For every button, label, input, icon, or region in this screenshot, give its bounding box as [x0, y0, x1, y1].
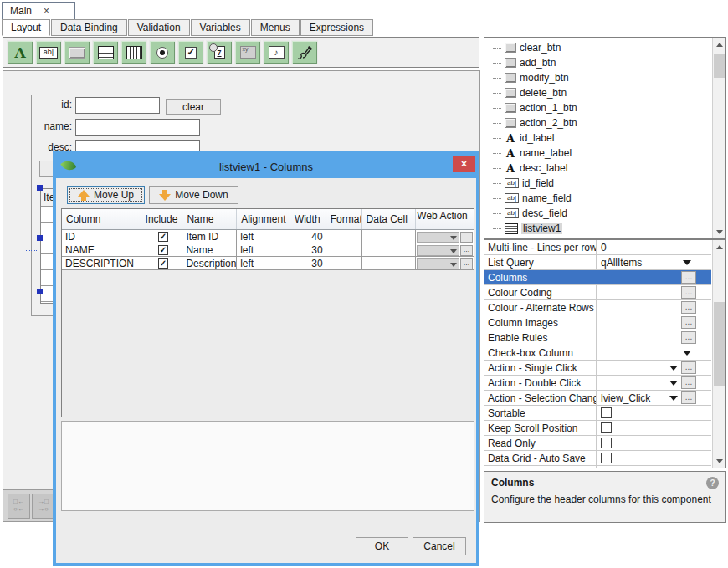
- tree-item-id-field[interactable]: ab|id_field: [484, 176, 711, 191]
- tree-item-listview1[interactable]: listview1: [484, 221, 711, 236]
- ellipsis-button[interactable]: ...: [681, 361, 696, 374]
- tree-item-id-label[interactable]: Aid_label: [484, 130, 711, 146]
- add-radio-button-button[interactable]: [149, 40, 176, 64]
- prop-value[interactable]: 0: [601, 242, 607, 253]
- dialog-titlebar[interactable]: listview1 - Columns ×: [56, 155, 476, 178]
- checkbox[interactable]: [601, 407, 612, 418]
- cell-data-cell[interactable]: [362, 257, 417, 269]
- cell-web-action[interactable]: ...: [416, 243, 474, 256]
- checkbox-checked[interactable]: ✓: [158, 232, 168, 242]
- add-list-view-button[interactable]: [92, 40, 119, 64]
- prop-row-list-query[interactable]: List QueryqAllItems: [484, 255, 711, 270]
- cell-format[interactable]: [326, 243, 362, 256]
- checkbox-checked[interactable]: ✓: [158, 245, 168, 255]
- checkbox[interactable]: [601, 438, 612, 448]
- checkbox-checked[interactable]: ✓: [158, 258, 168, 269]
- ellipsis-button[interactable]: ...: [460, 245, 473, 256]
- tab-data-binding[interactable]: Data Binding: [51, 19, 127, 36]
- cell-name[interactable]: Item ID: [182, 230, 237, 243]
- cell-column[interactable]: ID: [62, 230, 141, 243]
- tab-expressions[interactable]: Expressions: [300, 19, 373, 36]
- prop-row-partial[interactable]: [484, 466, 711, 468]
- ellipsis-button[interactable]: ...: [681, 376, 696, 389]
- cell-column[interactable]: DESCRIPTION: [62, 257, 141, 269]
- cell-alignment[interactable]: left: [237, 257, 290, 269]
- doc-tab-close-icon[interactable]: ×: [44, 5, 49, 17]
- tree-item-desc-label[interactable]: Adesc_label: [484, 161, 711, 176]
- tree-item-delete-btn[interactable]: delete_btn: [484, 85, 711, 100]
- dropdown-icon[interactable]: [669, 396, 678, 401]
- col-header-data-cell[interactable]: Data Cell: [362, 209, 417, 229]
- prop-value[interactable]: qAllItems: [601, 257, 642, 269]
- help-icon[interactable]: ?: [706, 477, 719, 489]
- table-row-name[interactable]: NAME ✓ Name left 30 ...: [62, 243, 474, 257]
- align-right-button[interactable]: →□→○: [32, 494, 54, 519]
- cell-width[interactable]: 40: [290, 230, 326, 243]
- add-data-grid-button[interactable]: [120, 40, 147, 64]
- cell-include[interactable]: ✓: [141, 230, 183, 243]
- prop-row-read-only[interactable]: Read Only: [484, 436, 711, 451]
- add-xy-panel-button[interactable]: xy: [234, 40, 261, 64]
- add-date-picker-button[interactable]: 7: [206, 40, 233, 64]
- prop-row-columns[interactable]: Columns...: [484, 270, 711, 285]
- cell-web-action[interactable]: ...: [416, 230, 474, 243]
- ellipsis-button[interactable]: ...: [681, 271, 696, 284]
- ellipsis-button[interactable]: ...: [681, 331, 696, 344]
- checkbox[interactable]: [601, 422, 612, 433]
- scroll-down-icon[interactable]: [713, 225, 726, 238]
- prop-row-multiline[interactable]: Multi-line - Lines per row0: [484, 240, 711, 255]
- id-field[interactable]: [75, 97, 160, 114]
- cell-name[interactable]: Name: [182, 243, 237, 256]
- table-row-id[interactable]: ID ✓ Item ID left 40 ...: [62, 230, 474, 243]
- add-media-button[interactable]: ♪: [263, 40, 290, 64]
- tree-item-desc-field[interactable]: ab|desc_field: [484, 206, 711, 221]
- dropdown-icon[interactable]: [683, 260, 691, 265]
- col-header-format[interactable]: Format: [326, 209, 362, 229]
- col-header-include[interactable]: Include: [141, 209, 183, 229]
- scroll-down-icon[interactable]: [713, 454, 726, 468]
- dropdown-icon[interactable]: [683, 351, 691, 356]
- scrollbar-thumb[interactable]: [714, 302, 725, 386]
- cell-column[interactable]: NAME: [62, 243, 141, 256]
- dropdown-icon[interactable]: [669, 381, 678, 386]
- checkbox[interactable]: [601, 453, 612, 463]
- properties-scrollbar[interactable]: [712, 240, 725, 468]
- prop-row-action-single-click[interactable]: Action - Single Click...: [484, 361, 711, 376]
- prop-row-action-double-click[interactable]: Action - Double Click...: [484, 376, 711, 391]
- selection-handle-bottom[interactable]: [37, 289, 43, 294]
- cell-alignment[interactable]: left: [237, 230, 290, 243]
- align-left-button[interactable]: □←○←: [8, 494, 30, 519]
- scroll-up-icon[interactable]: [713, 240, 726, 253]
- selection-handle-top[interactable]: [37, 185, 43, 191]
- cell-data-cell[interactable]: [362, 243, 417, 256]
- ellipsis-button[interactable]: ...: [681, 286, 696, 299]
- name-field[interactable]: [75, 119, 200, 136]
- cell-include[interactable]: ✓: [141, 243, 183, 256]
- prop-row-column-images[interactable]: Column Images...: [484, 315, 711, 330]
- prop-row-action-selection-change[interactable]: Action - Selection Changelview_Click...: [484, 391, 711, 406]
- prop-row-data-grid-auto-save[interactable]: Data Grid - Auto Save: [484, 451, 711, 466]
- prop-value[interactable]: lview_Click: [601, 392, 650, 404]
- tab-menus[interactable]: Menus: [251, 19, 300, 36]
- ellipsis-button[interactable]: ...: [681, 391, 696, 404]
- clear-button[interactable]: clear: [166, 99, 221, 115]
- doc-tab-main[interactable]: Main ×: [2, 2, 75, 19]
- cell-format[interactable]: [326, 230, 362, 243]
- dropdown-icon[interactable]: [669, 366, 678, 371]
- cell-data-cell[interactable]: [362, 230, 417, 243]
- move-up-button[interactable]: Move Up: [67, 186, 145, 204]
- tree-item-name-field[interactable]: ab|name_field: [484, 191, 711, 206]
- cell-include[interactable]: ✓: [141, 257, 183, 269]
- prop-row-sortable[interactable]: Sortable: [484, 406, 711, 421]
- tab-layout[interactable]: Layout: [2, 19, 50, 36]
- cell-width[interactable]: 30: [290, 243, 326, 256]
- col-header-column[interactable]: Column: [62, 209, 141, 229]
- col-header-alignment[interactable]: Alignment: [237, 209, 290, 229]
- ok-button[interactable]: OK: [356, 537, 408, 555]
- ellipsis-button[interactable]: ...: [681, 301, 696, 314]
- prop-row-keep-scroll[interactable]: Keep Scroll Position: [484, 421, 711, 436]
- prop-row-enable-rules[interactable]: Enable Rules...: [484, 330, 711, 345]
- add-text-field-button[interactable]: ab|: [35, 40, 62, 64]
- checkbox[interactable]: [601, 468, 612, 468]
- prop-row-colour-coding[interactable]: Colour Coding...: [484, 285, 711, 300]
